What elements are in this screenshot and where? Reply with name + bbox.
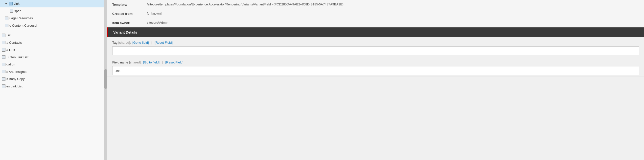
sidebar-item-label-language-resources: uage Resources	[10, 16, 33, 21]
sidebar-item-body-copy[interactable]: s Body Copy	[0, 75, 104, 83]
field-name-label: Field name [shared]:	[112, 60, 142, 64]
sidebar-item-a-contacts[interactable]: a Contacts	[0, 39, 104, 46]
sidebar-item-gation[interactable]: gation	[0, 61, 104, 68]
page-icon-button-link-list	[2, 55, 6, 59]
tag-separator: |	[151, 41, 152, 44]
page-icon-a-link	[2, 48, 6, 52]
sidebar-separator	[0, 29, 104, 32]
tag-field-section: Tag [shared]: [Go to field] | [Reset Fie…	[107, 37, 644, 57]
sidebar-item-list[interactable]: List	[0, 32, 104, 39]
field-name-input[interactable]	[112, 66, 639, 75]
page-icon-a-contacts	[2, 41, 6, 44]
sidebar-item-label-content-carousel: e Content Carousel	[10, 23, 37, 28]
field-name-shared-label: [shared]:	[129, 60, 142, 64]
sidebar-item-language-resources[interactable]: uage Resources	[0, 14, 104, 22]
expand-icon-link	[5, 3, 8, 4]
page-icon-content-carousel	[5, 24, 8, 27]
tag-goto-link[interactable]: [Go to field]	[132, 41, 149, 44]
tag-shared-label: [shared]:	[118, 41, 131, 44]
sidebar: Link span uage Resources e Content Carou…	[0, 0, 104, 160]
field-name-reset-link[interactable]: [Reset Field]	[165, 60, 183, 64]
page-icon-link-list	[2, 84, 6, 88]
content-area: Template: /sitecore/templates/Foundation…	[107, 0, 644, 77]
page-icon-gation	[2, 63, 6, 66]
item-owner-label: Item owner:	[112, 21, 147, 25]
tag-label: Tag [shared]:	[112, 41, 131, 44]
field-name-label-text: Field name	[112, 60, 128, 64]
page-icon-link	[9, 2, 12, 5]
created-from-value: [unknown]	[147, 11, 639, 15]
sidebar-item-label-gation: gation	[6, 62, 15, 67]
sidebar-item-label-a-contacts: a Contacts	[6, 40, 22, 45]
tag-reset-link[interactable]: [Reset Field]	[154, 41, 172, 44]
created-from-label: Created from:	[112, 11, 147, 15]
sidebar-item-label-link-list: es Link List	[6, 84, 22, 89]
sidebar-item-a-link[interactable]: a Link	[0, 46, 104, 54]
sidebar-item-span[interactable]: span	[0, 7, 104, 15]
scrollbar-thumb[interactable]	[104, 69, 107, 89]
sidebar-item-label-a-link: a Link	[6, 47, 15, 52]
sidebar-item-label-button-link-list: Button Link List	[6, 55, 28, 60]
page-icon-span	[10, 9, 13, 12]
sidebar-item-label-span: span	[14, 9, 21, 13]
field-name-section: Field name [shared]: [Go to field] | [Re…	[107, 57, 644, 77]
sidebar-item-label-and-insights: s And Insights	[6, 69, 26, 74]
tag-label-row: Tag [shared]: [Go to field] | [Reset Fie…	[112, 41, 639, 44]
field-name-goto-link[interactable]: [Go to field]	[143, 60, 160, 64]
sidebar-item-label-link: Link	[14, 1, 20, 6]
sidebar-item-link-list[interactable]: es Link List	[0, 83, 104, 90]
scrollbar[interactable]	[104, 0, 107, 160]
sidebar-item-content-carousel[interactable]: e Content Carousel	[0, 22, 104, 29]
sidebar-item-label-list: List	[6, 33, 12, 38]
item-owner-row: Item owner: sitecore\Admin	[107, 18, 644, 27]
template-row: Template: /sitecore/templates/Foundation…	[107, 0, 644, 9]
item-owner-value: sitecore\Admin	[147, 21, 639, 24]
template-value: /sitecore/templates/Foundation/Experienc…	[147, 2, 639, 6]
tag-input[interactable]	[112, 46, 639, 55]
page-icon-and-insights	[2, 70, 6, 73]
page-icon-list	[2, 34, 6, 37]
field-name-label-row: Field name [shared]: [Go to field] | [Re…	[112, 60, 639, 64]
variant-details-title: Variant Details	[113, 30, 137, 34]
page-icon-body-copy	[2, 77, 6, 81]
variant-details-header: Variant Details	[107, 27, 644, 37]
page-icon-language-resources	[5, 16, 8, 20]
field-name-separator: |	[162, 60, 163, 64]
sidebar-item-label-body-copy: s Body Copy	[6, 77, 25, 81]
sidebar-item-and-insights[interactable]: s And Insights	[0, 68, 104, 76]
tag-label-text: Tag	[112, 41, 118, 44]
main-content: Template: /sitecore/templates/Foundation…	[104, 0, 644, 160]
template-label: Template:	[112, 2, 147, 6]
created-from-row: Created from: [unknown]	[107, 9, 644, 18]
sidebar-item-button-link-list[interactable]: Button Link List	[0, 54, 104, 61]
sidebar-item-link[interactable]: Link	[0, 0, 104, 7]
